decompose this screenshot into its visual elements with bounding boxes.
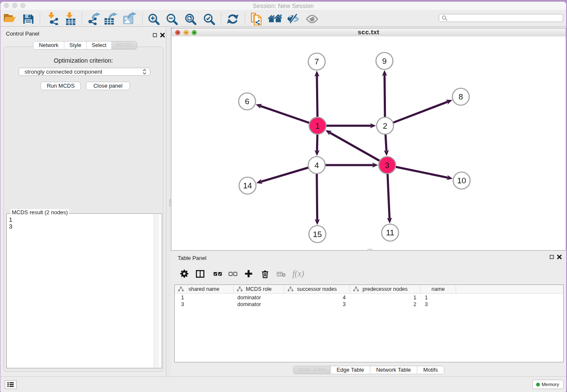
svg-text:4: 4 bbox=[314, 161, 319, 170]
svg-text:7: 7 bbox=[314, 57, 319, 66]
svg-text:15: 15 bbox=[313, 230, 322, 239]
svg-text:11: 11 bbox=[386, 228, 394, 237]
svg-text:10: 10 bbox=[457, 176, 466, 185]
svg-text:1: 1 bbox=[315, 121, 320, 130]
svg-text:6: 6 bbox=[245, 97, 250, 106]
svg-text:9: 9 bbox=[382, 57, 387, 66]
svg-text:3: 3 bbox=[385, 161, 390, 170]
svg-text:8: 8 bbox=[459, 92, 463, 101]
svg-text:2: 2 bbox=[383, 121, 388, 130]
svg-text:14: 14 bbox=[243, 181, 252, 190]
